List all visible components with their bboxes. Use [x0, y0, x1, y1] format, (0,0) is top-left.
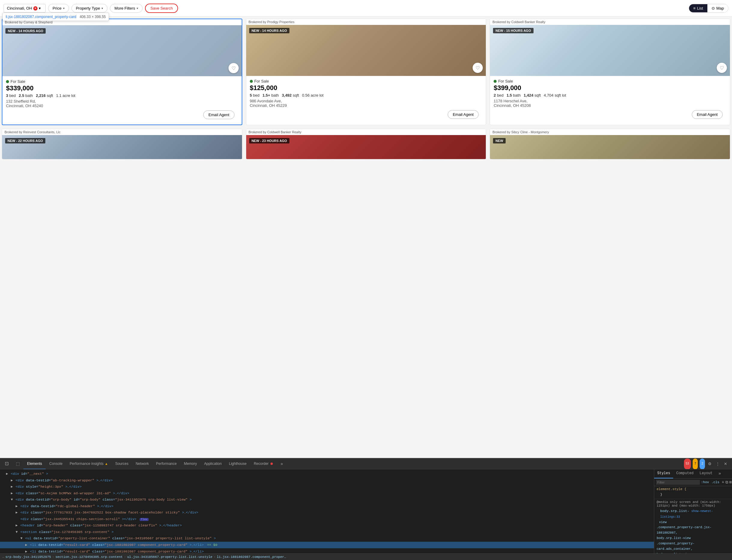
- listing-price: $339,000: [6, 84, 238, 92]
- tab-memory[interactable]: Memory: [180, 459, 200, 469]
- listing-card[interactable]: Brokered by Corney & Shepherd NEW - 14 H…: [2, 19, 242, 125]
- location-text: Cincinnati, OH: [7, 6, 32, 11]
- for-sale-status: For Sale: [494, 79, 726, 83]
- listing-card[interactable]: Brokered by Prodigy Properties NEW - 14 …: [246, 19, 487, 125]
- card-footer: Email Agent: [494, 110, 726, 121]
- layout-style-button[interactable]: ⊞: [729, 480, 732, 485]
- html-line[interactable]: ▼ <div data-testid="srp-body" id="srp-bo…: [0, 496, 654, 503]
- styles-filter: :hov .cls + ⧉ ⊞: [654, 479, 732, 486]
- tab-network[interactable]: Network: [132, 459, 152, 469]
- tab-performance[interactable]: Performance: [152, 459, 180, 469]
- breadcrumb-section[interactable]: section.jsx-1278456305.srp-content: [55, 555, 122, 559]
- html-line[interactable]: ▶ <li data-testid="result-card" class="j…: [0, 542, 654, 548]
- html-line[interactable]: ▶ <header id="srp-header" class="jsx-115…: [0, 522, 654, 529]
- listing-image: NEW - 22 HOURS AGO: [2, 135, 242, 159]
- devtools-inspect-tool[interactable]: ⬚: [12, 459, 23, 469]
- html-line[interactable]: ▼ <ul data-testid="property-list-contain…: [0, 535, 654, 542]
- breadcrumb-ul[interactable]: ul.jsx-343105667.property-list.list-unst…: [127, 555, 212, 559]
- tab-console[interactable]: Console: [46, 459, 66, 469]
- copy-style-button[interactable]: ⧉: [725, 480, 728, 485]
- style-block-media: @media only screen and (min-width: 1151p…: [654, 499, 732, 553]
- more-filters-button[interactable]: More Filters ▾: [110, 4, 143, 13]
- listing-card[interactable]: Brokered by Reinvest Consultants, Llc NE…: [2, 129, 242, 159]
- add-style-button[interactable]: +: [722, 480, 724, 485]
- card-info: For Sale $339,000 3 bed 2.5 bath 2,216 s…: [2, 76, 242, 125]
- tab-application[interactable]: Application: [200, 459, 225, 469]
- broker-label: Brokered by Sibcy Cline - Montgomery: [490, 129, 730, 135]
- html-line[interactable]: ▶ <div id="__next" >: [0, 471, 654, 477]
- email-agent-button[interactable]: Email Agent: [448, 110, 479, 119]
- html-line[interactable]: ▶ <div data-testid="rdc-global-header" >…: [0, 503, 654, 510]
- favorite-button[interactable]: ♡: [717, 63, 727, 73]
- favorite-button[interactable]: ♡: [473, 63, 483, 73]
- listing-specs: 3 bed 2.5 bath 2,216 sqft 1.1 acre lot: [6, 93, 238, 98]
- price-button[interactable]: Price ▾: [48, 4, 69, 13]
- settings-icon[interactable]: ⚙: [707, 460, 713, 467]
- more-styles-tab[interactable]: »: [715, 469, 724, 478]
- email-agent-button[interactable]: Email Agent: [203, 110, 234, 119]
- more-options-icon[interactable]: ⋮: [715, 460, 721, 467]
- card-footer: Email Agent: [250, 110, 483, 121]
- computed-tab[interactable]: Computed: [673, 469, 697, 478]
- style-close: }: [657, 492, 730, 498]
- location-dot: ✕: [33, 6, 38, 11]
- broker-label: Brokered by Reinvest Consultants, Llc: [2, 129, 242, 135]
- listing-image: NEW - 14 HOURS AGO ♡: [2, 25, 242, 76]
- listing-specs: 5 bed 1.5+ bath 3,492 sqft 0.56 acre lot: [250, 93, 483, 98]
- listing-card[interactable]: Brokered by Coldwell Banker Realty NEW -…: [246, 129, 487, 159]
- for-sale-status: For Sale: [250, 79, 483, 83]
- list-view-button[interactable]: ≡ List: [689, 4, 707, 12]
- save-search-button[interactable]: Save Search: [145, 4, 178, 13]
- tab-sources[interactable]: Sources: [112, 459, 132, 469]
- favorite-button[interactable]: ♡: [228, 63, 239, 73]
- listing-specs: 2 bed 1.5 bath 1,424 sqft 4,704 sqft lot: [494, 93, 726, 98]
- tab-elements[interactable]: Elements: [23, 459, 46, 469]
- warning-icon: ▲: [105, 462, 108, 465]
- listing-image: NEW - 15 HOURS AGO ♡: [490, 25, 730, 76]
- hov-pseudo[interactable]: :hov: [701, 480, 709, 484]
- styles-tab[interactable]: Styles: [654, 469, 673, 478]
- card-footer: Email Agent: [6, 110, 238, 122]
- recording-icon: ⏺: [270, 462, 273, 466]
- location-select[interactable]: Cincinnati, OH ✕ ▾: [4, 4, 46, 13]
- status-dot: [250, 80, 253, 83]
- broker-label: Brokered by Prodigy Properties: [246, 19, 486, 25]
- property-type-button[interactable]: Property Type ▾: [71, 4, 108, 13]
- style-prop: card.ads_container,: [657, 546, 730, 552]
- main-content: Brokered by Corney & Shepherd NEW - 14 H…: [0, 17, 732, 458]
- tooltip: li.jsx-1881802087.component_property-car…: [2, 13, 109, 21]
- breadcrumb-li[interactable]: li.jsx-1881802087.component_proper…: [217, 555, 286, 559]
- html-line[interactable]: ▼ <section class="jsx-1278456305 srp-con…: [0, 529, 654, 535]
- cls-button[interactable]: .cls: [710, 480, 720, 484]
- listing-card[interactable]: Brokered by Coldwell Banker Realty NEW -…: [490, 19, 730, 125]
- listing-image: NEW - 23 HOURS AGO: [246, 135, 486, 159]
- html-line[interactable]: <div class="jsx-2445355431 chips-section…: [0, 516, 654, 522]
- tab-more[interactable]: »: [277, 459, 287, 469]
- styles-filter-input[interactable]: [656, 480, 700, 485]
- html-line[interactable]: ▶ <div data-testid="ab-tracking-wrapper"…: [0, 477, 654, 484]
- listing-address: 986 Avondale Ave, Cincinnati, OH 45229: [250, 99, 483, 108]
- devtools-main: ▶ <div id="__next" > ▶ <div data-testid=…: [0, 469, 732, 553]
- tab-performance-insights[interactable]: Performance insights ▲: [66, 459, 112, 469]
- new-badge: NEW - 14 HOURS AGO: [249, 28, 289, 33]
- html-line[interactable]: ▶ <li data-testid="result-card" class="j…: [0, 548, 654, 553]
- breadcrumb-srp-body[interactable]: srp-body.jsx-3411952975: [5, 555, 51, 559]
- new-badge: NEW - 14 HOURS AGO: [5, 28, 46, 34]
- tab-lighthouse[interactable]: Lighthouse: [225, 459, 250, 469]
- view-toggle: ≡ List ⊙ Map: [689, 4, 728, 13]
- html-line[interactable]: ▶ <div class="jsx-777817033 jsx-36476925…: [0, 509, 654, 516]
- error-count: 53: [684, 459, 691, 469]
- tab-recorder[interactable]: Recorder ⏺: [250, 459, 277, 469]
- style-prop: body.srp.list-view .component_property-: [657, 536, 730, 546]
- close-icon[interactable]: ✕: [723, 460, 728, 467]
- listing-card[interactable]: Brokered by Sibcy Cline - Montgomery NEW: [490, 129, 730, 159]
- email-agent-button[interactable]: Email Agent: [692, 110, 723, 119]
- breadcrumb-ellipsis: …: [2, 555, 4, 558]
- map-view-button[interactable]: ⊙ Map: [707, 4, 728, 12]
- layout-tab[interactable]: Layout: [697, 469, 715, 478]
- devtools-pointer-tool[interactable]: ⊡: [1, 459, 12, 469]
- elements-panel[interactable]: ▶ <div id="__next" > ▶ <div data-testid=…: [0, 469, 654, 553]
- html-line[interactable]: ▶ <div style="height:3px" >…</div>: [0, 483, 654, 490]
- new-badge: NEW: [493, 138, 506, 143]
- html-line[interactable]: ▶ <div class="sc-AxjAm bcMPWx ad-wrapper…: [0, 490, 654, 497]
